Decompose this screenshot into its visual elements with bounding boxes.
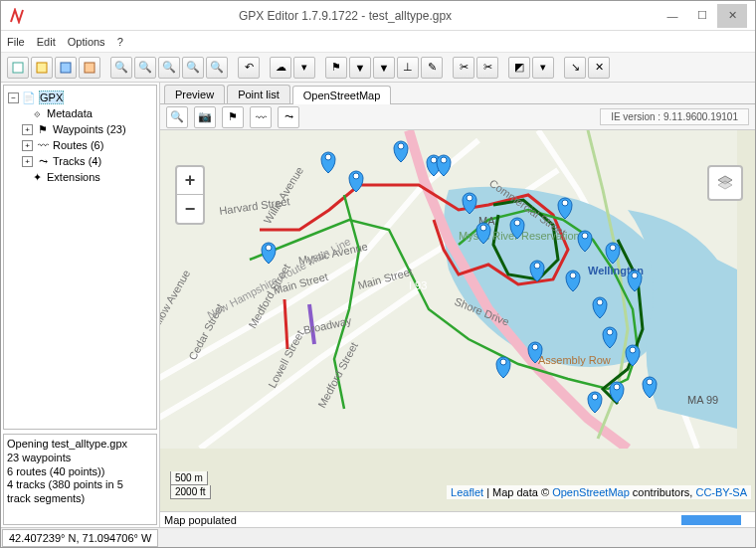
svg-point-43 [647,379,653,385]
log-line: track segments) [7,492,153,506]
svg-point-26 [353,173,359,179]
open-button[interactable] [31,57,53,79]
zoom-out-button[interactable]: − [177,195,203,223]
map-camera-button[interactable]: 📷 [194,106,216,128]
svg-point-34 [582,233,588,239]
tree-extensions[interactable]: Extensions [47,171,100,183]
window-title: GPX Editor 1.7.9.1722 - test_alltype.gpx [33,9,658,23]
new-button[interactable] [7,57,29,79]
menubar: File Edit Options ? [1,31,755,53]
maximize-button[interactable]: ☐ [687,4,717,28]
svg-point-38 [632,273,638,278]
crop-button[interactable]: ◩ [508,57,530,79]
tree-routes[interactable]: Routes (6) [53,139,103,151]
undo-button[interactable]: ↶ [238,57,260,79]
ie-version-label: IE version : 9.11.9600.19101 [600,108,749,125]
log-line: 23 waypoints [7,452,153,465]
svg-point-33 [562,200,568,206]
svg-text:I 93: I 93 [409,279,427,291]
svg-point-45 [500,359,506,365]
zoom-button[interactable]: 🔍 [110,57,132,79]
log-panel: Opening test_alltype.gpx 23 waypoints 6 … [3,434,157,525]
zoom-control: + − [175,165,205,225]
tree-root[interactable]: GPX [39,91,64,104]
svg-point-29 [467,195,472,201]
filter-button[interactable]: ▼ [349,57,371,79]
menu-file[interactable]: File [7,36,25,48]
crop2-button[interactable]: ▾ [532,57,554,79]
svg-point-30 [480,225,486,231]
map-route-button[interactable]: 〰 [250,106,272,128]
license-link[interactable]: CC-BY-SA [695,486,747,498]
right-panel: Preview Point list OpenStreetMap 🔍 📷 ⚑ 〰… [160,83,755,527]
menu-help[interactable]: ? [117,36,123,48]
flag-button[interactable]: ⚑ [325,57,347,79]
tree-waypoints[interactable]: Waypoints (23) [53,123,126,135]
tree-metadata[interactable]: Metadata [47,107,93,119]
zoomsel-button[interactable]: 🔍 [206,57,228,79]
saveas-button[interactable] [79,57,100,79]
cloud2-button[interactable]: ▾ [293,57,315,79]
tab-preview[interactable]: Preview [164,85,225,103]
svg-point-32 [534,263,540,269]
osm-link[interactable]: OpenStreetMap [552,486,630,498]
svg-point-46 [441,157,447,163]
map-search-button[interactable]: 🔍 [166,106,188,128]
map-status-text: Map populated [164,514,237,526]
close-button[interactable]: ✕ [717,4,747,28]
svg-point-31 [514,220,520,226]
svg-point-28 [431,157,437,163]
tab-bar: Preview Point list OpenStreetMap [160,83,755,104]
delete-button[interactable]: ✕ [588,57,610,79]
svg-point-37 [610,245,616,251]
tab-pointlist[interactable]: Point list [227,85,290,103]
titlebar: GPX Editor 1.7.9.1722 - test_alltype.gpx… [1,1,755,31]
zoomout-button[interactable]: 🔍 [158,57,180,79]
zoomin-button[interactable]: 🔍 [134,57,156,79]
cut-button[interactable]: ✂ [453,57,474,79]
app-icon [9,8,25,24]
app-window: GPX Editor 1.7.9.1722 - test_alltype.gpx… [0,0,756,548]
zoomfit-button[interactable]: 🔍 [182,57,204,79]
gpx-tree[interactable]: −📄GPX ⟐Metadata +⚑Waypoints (23) +〰Route… [3,85,157,430]
save-button[interactable] [55,57,77,79]
metadata-icon: ⟐ [30,106,44,120]
leaflet-link[interactable]: Leaflet [451,486,483,498]
menu-edit[interactable]: Edit [37,36,56,48]
tree-tracks[interactable]: Tracks (4) [53,155,101,167]
svg-point-39 [607,329,613,335]
funnel-button[interactable]: ▼ [373,57,395,79]
log-line: 4 tracks (380 points in 5 [7,478,153,492]
cut2-button[interactable]: ✂ [476,57,498,79]
map-canvas[interactable]: Wellington Assembly Row MA 99 Mystic Riv… [160,130,755,511]
minimize-button[interactable]: — [658,4,687,28]
gpx-icon: 📄 [22,91,36,104]
expand-icon[interactable]: + [22,156,33,167]
menu-options[interactable]: Options [68,36,105,48]
expand-icon[interactable]: + [22,140,33,151]
svg-point-47 [325,154,331,160]
status-bar: 42.407239° N, 71.094706° W [1,527,755,547]
zoom-in-button[interactable]: + [177,167,203,195]
link-button[interactable]: ↘ [564,57,586,79]
map-track-button[interactable]: ⤳ [278,106,299,128]
cloud-button[interactable]: ☁ [270,57,291,79]
expand-icon[interactable]: + [22,124,33,135]
svg-point-41 [614,384,620,390]
svg-rect-1 [37,63,47,73]
log-line: Opening test_alltype.gpx [7,438,153,452]
tool2-button[interactable]: ✎ [421,57,443,79]
svg-rect-3 [85,63,94,73]
map-status-bar: Map populated [160,511,755,527]
left-panel: −📄GPX ⟐Metadata +⚑Waypoints (23) +〰Route… [1,83,160,527]
tab-osm[interactable]: OpenStreetMap [292,86,392,104]
layers-button[interactable] [707,165,743,201]
scale-imperial: 2000 ft [170,485,211,499]
svg-point-40 [630,347,636,353]
tool1-button[interactable]: ⊥ [397,57,419,79]
collapse-icon[interactable]: − [8,92,19,103]
svg-point-42 [592,394,598,400]
map-flag-button[interactable]: ⚑ [222,106,244,128]
svg-point-25 [266,245,272,251]
map-toolbar: 🔍 📷 ⚑ 〰 ⤳ IE version : 9.11.9600.19101 [160,104,755,130]
